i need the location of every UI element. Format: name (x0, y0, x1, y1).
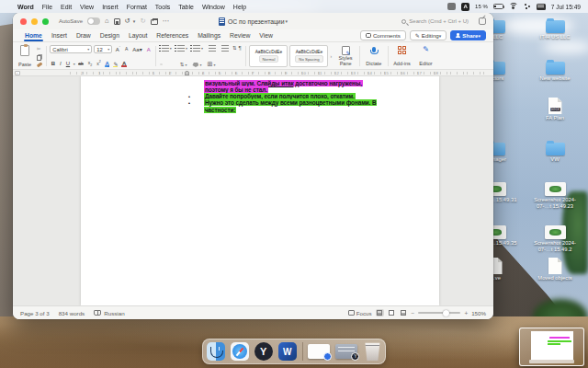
screenshot-preview-thumbnail[interactable] (519, 328, 584, 366)
menu-item-format[interactable]: Format (127, 4, 147, 10)
doc-line[interactable]: •Нужно это сделать между всеми разноцвет… (188, 99, 377, 106)
tab-home[interactable]: Home (20, 30, 47, 41)
tab-draw[interactable]: Draw (72, 30, 96, 41)
menu-item-word[interactable]: Word (17, 4, 34, 10)
tab-references[interactable]: References (152, 30, 193, 41)
decrease-indent-button[interactable] (207, 45, 218, 52)
horizontal-ruler[interactable]: ⌐ 21123456789101112131415161718 (13, 70, 493, 76)
close-button[interactable] (20, 18, 27, 25)
align-left-button[interactable] (160, 63, 163, 65)
battery-icon[interactable] (493, 4, 503, 9)
grow-font-button[interactable]: Aˆ (114, 47, 121, 52)
zoom-slider-knob[interactable] (443, 310, 449, 316)
document-title[interactable]: ОС по презентации (228, 18, 284, 25)
web-layout-view-button[interactable] (400, 309, 408, 316)
menu-item-window[interactable]: Window (202, 4, 225, 10)
tab-review[interactable]: Review (225, 30, 254, 41)
input-source-icon[interactable]: A (461, 3, 469, 11)
shading-button[interactable]: ▾ (190, 62, 203, 67)
desktop-icon[interactable]: Screenshot 2024-07-…t 15.49.2 (530, 224, 580, 252)
menu-item-tools[interactable]: Tools (155, 4, 170, 10)
compose-icon[interactable] (479, 17, 486, 25)
dock-safari-icon[interactable] (231, 342, 249, 361)
desktop-icon[interactable]: New website (530, 59, 580, 82)
desktop-icon[interactable]: Screenshot 2024-07-…t 15.49.23 (530, 180, 580, 209)
underline-button[interactable]: U (64, 61, 71, 66)
copy-icon[interactable] (37, 55, 41, 61)
comments-button[interactable]: Comments (360, 30, 406, 40)
zoom-level[interactable]: 150% (471, 310, 486, 316)
undo-chevron-icon[interactable]: ▾ (133, 18, 136, 24)
desktop-icon[interactable]: DOCXFA Plan (530, 98, 580, 121)
doc-line[interactable]: визуальный шум. Слайды итак достаточно н… (188, 80, 377, 86)
tab-layout[interactable]: Layout (124, 30, 152, 41)
format-painter-icon[interactable] (37, 63, 42, 67)
dictate-button[interactable]: Dictate (364, 44, 384, 68)
bullets-button[interactable]: ▾ (160, 45, 174, 52)
wifi-icon[interactable] (509, 3, 518, 10)
styles-gallery-more-icon[interactable]: › (330, 53, 332, 59)
tab-view[interactable]: View (254, 30, 277, 41)
menubar-clock[interactable]: 7 Jul 15:49 (551, 4, 581, 10)
multilevel-list-button[interactable]: ▾ (191, 45, 205, 52)
dock-word-icon[interactable]: W (278, 342, 297, 361)
menu-item-view[interactable]: View (80, 4, 94, 10)
title-chevron-icon[interactable]: ▾ (285, 18, 288, 24)
cut-icon[interactable]: ✂ (37, 46, 42, 52)
editor-button[interactable]: ✎ Editor (415, 44, 435, 68)
save-icon[interactable] (114, 18, 120, 25)
dock-minimized-document-icon[interactable] (308, 344, 330, 359)
dock-finder-icon[interactable] (207, 342, 225, 361)
show-paragraph-marks-button[interactable]: ¶ (239, 45, 242, 51)
display-icon[interactable] (537, 4, 546, 10)
dock-trash-icon[interactable] (363, 342, 381, 361)
italic-button[interactable]: I (59, 61, 63, 66)
share-button[interactable]: Share▾ (450, 30, 486, 40)
paste-button[interactable]: Paste (17, 44, 33, 68)
zoom-in-button[interactable]: + (464, 310, 468, 316)
borders-button[interactable]: ⊞▾ (206, 62, 218, 67)
align-right-button[interactable] (169, 63, 172, 65)
language-selector[interactable]: Russian (94, 310, 124, 316)
tab-insert[interactable]: Insert (47, 30, 72, 41)
document-page[interactable]: визуальный шум. Слайды итак достаточно н… (81, 76, 439, 305)
text-effects-button[interactable]: A (104, 61, 110, 66)
read-mode-view-button[interactable] (388, 309, 396, 316)
autosave-toggle[interactable] (87, 17, 100, 25)
menu-extra-icon[interactable] (447, 3, 456, 10)
numbering-button[interactable]: ▾ (175, 45, 189, 52)
word-count[interactable]: 834 words (59, 310, 85, 316)
menu-item-table[interactable]: Table (178, 4, 194, 10)
clear-formatting-button[interactable]: A (145, 47, 152, 52)
bold-button[interactable]: B (50, 61, 56, 66)
style-no-spacing[interactable]: AaBbCcDdEe No Spacing (289, 45, 328, 67)
minimize-button[interactable] (31, 18, 38, 25)
increase-indent-button[interactable] (220, 45, 231, 52)
strikethrough-button[interactable]: ab (77, 62, 85, 66)
change-case-button[interactable]: Aa▾ (131, 47, 143, 52)
zoom-button[interactable] (42, 18, 49, 25)
font-size-select[interactable]: 12▾ (94, 45, 112, 53)
menu-item-file[interactable]: File (42, 4, 52, 10)
dock-yandex-icon[interactable]: Y (254, 342, 273, 361)
style-normal[interactable]: AaBbCcDdEe Normal (249, 45, 288, 67)
print-layout-view-button[interactable] (376, 309, 384, 316)
desktop-icon[interactable]: Moved objects (530, 258, 580, 282)
tab-design[interactable]: Design (96, 30, 124, 41)
dock-minimized-browser-icon[interactable] (335, 344, 357, 359)
tab-selector-icon[interactable]: ⌐ (15, 71, 20, 75)
font-color-button[interactable]: A (120, 61, 127, 66)
undo-icon[interactable]: ↺ (125, 17, 130, 25)
styles-pane-button[interactable]: Styles Pane (335, 44, 356, 68)
menu-item-insert[interactable]: Insert (102, 4, 119, 10)
superscript-button[interactable]: x2 (96, 61, 102, 66)
zoom-out-button[interactable]: − (412, 310, 415, 316)
zoom-slider[interactable] (418, 312, 460, 314)
home-icon[interactable]: ⌂ (105, 17, 109, 25)
subscript-button[interactable]: x2 (86, 61, 93, 68)
more-commands-icon[interactable]: ⋯ (163, 17, 170, 25)
justify-button[interactable] (174, 63, 176, 65)
doc-line[interactable]: частности: (188, 107, 377, 113)
highlight-color-button[interactable]: ✎ (112, 61, 119, 67)
doc-line[interactable]: поэтому я бы не стал. (188, 86, 377, 93)
